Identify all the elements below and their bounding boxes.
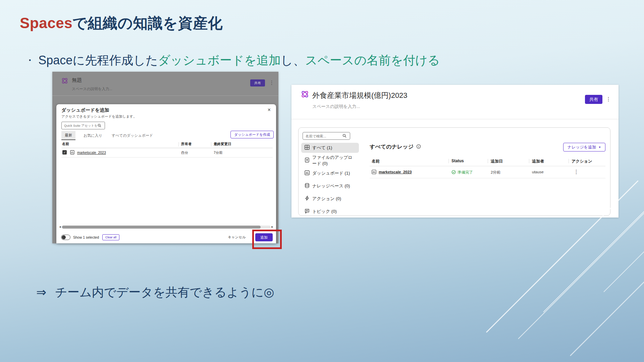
scroll-right-icon[interactable]: ▶ [271,226,274,228]
tab-all-dashboards[interactable]: すべてのダッシュボード [110,131,155,140]
slide: Spacesで組織の知識を資産化 • Spaceに先程作成したダッシュボードを追… [0,0,644,362]
add-dashboard-dialog: ダッシュボードを追加 × アクセスできるダッシュボードを追加します。 最新 お気… [56,104,276,243]
spaces-logo-icon [301,90,309,100]
bullet-text: Spaceに先程作成したダッシュボードを追加し、スペースの名前を付ける [38,52,440,69]
row-modified: 7分前 [214,150,223,155]
row-dashboard-link[interactable]: marketscale_2023 [77,150,106,155]
check-circle-icon [451,170,456,175]
clear-all-button[interactable]: Clear all [102,234,119,240]
spaces-logo-icon [61,77,68,86]
row-owner: 自分 [181,150,188,155]
sidebar-item-topics[interactable]: トピック (0) [301,206,359,217]
knowledge-table-header: 名前 Status 追加日 追加者 アクション [299,159,610,164]
add-knowledge-button[interactable]: ナレッジを追加 ▼ [563,143,605,152]
col-modified: 最終変更日 [214,142,231,146]
share-button[interactable]: 共有 [250,79,265,86]
close-icon[interactable]: × [268,107,271,113]
bullet-line: • Spaceに先程作成したダッシュボードを追加し、スペースの名前を付ける [29,52,440,69]
header-divider [52,96,278,96]
scrollbar-thumb[interactable] [62,226,261,229]
row-knowledge-link[interactable]: marketscale_2023 [379,170,412,174]
search-icon [342,133,346,139]
row-added-date: 2分前 [491,170,500,175]
page-title: Spacesで組織の知識を資産化 [20,13,223,33]
space-title: 外食産業市場規模(億円)2023 [312,90,408,101]
asset-search-input[interactable] [61,122,105,129]
footnote: ⇒チーム内でデータを共有できるように◎ [36,284,274,301]
row-added-by: utause [532,170,544,174]
table-header-divider [61,148,273,148]
dashboard-asset-icon [70,150,74,155]
create-dashboard-button[interactable]: ダッシュボードを作成 [230,131,274,138]
kebab-menu-icon[interactable]: ⋮ [606,97,611,102]
dialog-table-header: 名前 所有者 最終変更日 [56,142,273,147]
dialog-subtitle: アクセスできるダッシュボードを追加します。 [61,114,137,119]
streak-line [603,206,644,292]
col-name: 名前 [62,142,69,146]
kebab-menu-icon[interactable]: ⋮ [269,80,274,85]
name-search-input[interactable] [303,132,350,140]
screenshot-add-dashboard-dialog: 無題 スペースの説明を入力... 共有 ⋮ ダッシュボードを追加 × アクセスで… [52,72,278,243]
table-row: ✓ marketscale_2023 自分 7分前 [56,149,273,157]
sidebar-item-knowledge-bases[interactable]: ナレッジベース (0) [301,181,359,191]
knowledge-sidebar: すべて (1) ファイルのアップロード (0) ダッシュボード (1) [301,143,359,219]
page-title-rest: で組織の知識を資産化 [72,15,223,31]
screenshot-space-page: 外食産業市場規模(億円)2023 スペースの説明を入力... 共有 ⋮ [291,85,619,218]
column-divider [569,159,569,163]
toggle-knob [62,235,66,239]
space-description-placeholder[interactable]: スペースの説明を入力... [312,104,360,110]
dashboard-asset-icon [372,170,376,175]
col-added-date: 追加日 [491,159,503,164]
row-checkbox-checked[interactable]: ✓ [62,150,67,155]
info-icon[interactable] [416,144,421,150]
show-selected-toggle[interactable] [61,235,70,240]
dialog-tabs: 最新 お気に入り すべてのダッシュボード [61,131,154,140]
knowledge-base-icon [305,183,310,189]
column-divider [178,142,179,146]
col-name: 名前 [372,159,380,164]
sidebar-item-actions[interactable]: アクション (0) [301,194,359,204]
header-divider [291,119,619,119]
tab-recent[interactable]: 最新 [61,131,75,140]
scroll-left-icon[interactable]: ◀ [58,226,62,228]
column-divider [448,159,449,163]
column-divider [488,159,488,163]
asset-search-field[interactable] [62,124,98,127]
highlight-red-box [252,230,282,249]
horizontal-scrollbar: ◀ ▶ [58,225,274,229]
column-divider [211,142,211,146]
table-header-divider [370,166,605,166]
col-owner: 所有者 [181,142,192,146]
space-title: 無題 [72,77,82,83]
streak-line [518,201,644,339]
row-divider [370,178,605,178]
row-divider [61,157,273,158]
topic-bubble-icon [305,208,310,215]
table-row: marketscale_2023 準備完了 2分前 utause ⋮ [299,167,610,177]
sidebar-item-all[interactable]: すべて (1) [301,143,359,153]
name-search-field[interactable] [303,134,342,138]
col-added-by: 追加者 [532,159,544,164]
action-bolt-icon [305,196,310,202]
share-button[interactable]: 共有 [585,95,602,104]
status-badge: 準備完了 [451,170,473,175]
page-title-highlight: Spaces [20,15,72,31]
selected-count-label: Show 1 selected [73,235,99,239]
row-kebab-icon[interactable]: ⋮ [574,169,579,175]
column-divider [529,159,529,163]
streak-line [570,232,644,356]
arrow-glyph: ⇒ [36,285,46,299]
search-icon [98,123,101,129]
section-title: すべてのナレッジ [370,143,421,150]
chevron-down-icon: ▼ [598,146,601,149]
col-status: Status [451,159,464,163]
tab-favorites[interactable]: お気に入り [82,131,104,140]
bullet-marker: • [29,57,31,64]
knowledge-panel: すべて (1) ファイルのアップロード (0) ダッシュボード (1) [298,127,610,216]
dialog-footer: Show 1 selected Clear all キャンセル 追加 [61,232,273,242]
space-description-placeholder: スペースの説明を入力... [72,86,112,92]
scrollbar-track[interactable] [62,226,271,229]
grid-icon [305,145,310,151]
cancel-button[interactable]: キャンセル [228,235,246,240]
dialog-title: ダッシュボードを追加 [61,107,109,113]
